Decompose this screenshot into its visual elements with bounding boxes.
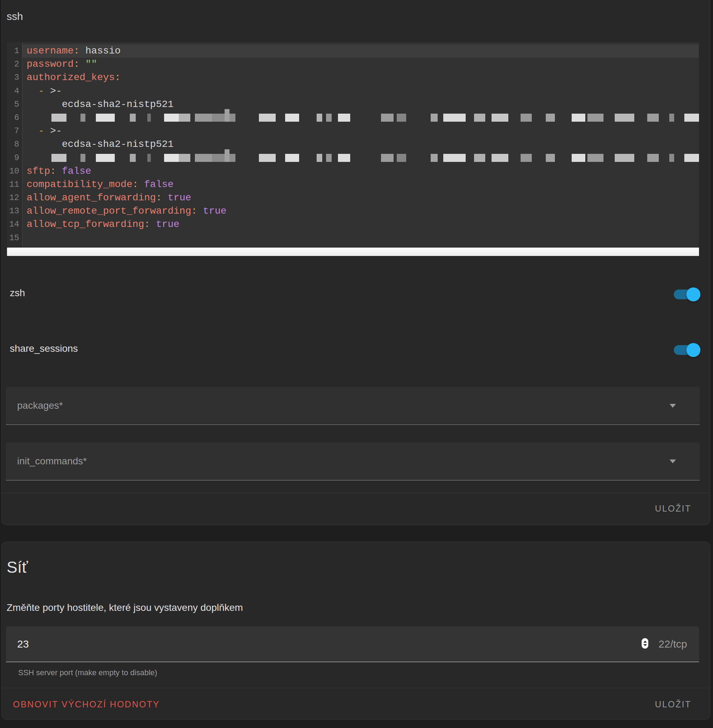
redacted-pixel-block xyxy=(164,154,179,162)
code-line: allow_remote_port_forwarding: true xyxy=(27,205,699,218)
port-helper-text: SSH server port (make empty to disable) xyxy=(18,668,157,677)
select-label: init_commands* xyxy=(17,442,87,480)
redacted-pixel-block xyxy=(647,114,659,122)
network-card-title: Síť xyxy=(7,558,28,576)
number-stepper-icon[interactable] xyxy=(641,638,648,649)
packages-select[interactable]: packages* xyxy=(6,387,700,425)
code-line-redacted xyxy=(27,152,699,165)
redacted-pixel-block xyxy=(316,154,322,162)
network-card: Síť Změňte porty hostitele, které jsou v… xyxy=(1,542,710,720)
code-line: password: "" xyxy=(27,58,699,71)
stepper-down-icon[interactable] xyxy=(643,644,647,646)
redacted-pixel-block xyxy=(96,154,115,162)
card-footer-divider xyxy=(2,493,710,493)
line-number: 9 xyxy=(7,152,22,165)
redacted-pixel-block xyxy=(684,114,699,122)
code-line: authorized_keys: xyxy=(27,71,699,84)
share-sessions-toggle[interactable] xyxy=(674,343,700,357)
redacted-pixel-block xyxy=(443,154,465,162)
port-input-value[interactable]: 23 xyxy=(17,626,29,662)
redacted-pixel-block xyxy=(225,109,230,122)
code-line: allow_tcp_forwarding: true xyxy=(27,218,699,231)
redacted-pixel-block xyxy=(397,154,406,162)
redacted-pixel-block xyxy=(572,114,585,122)
redacted-pixel-block xyxy=(212,154,225,162)
redacted-pixel-block xyxy=(195,154,212,162)
code-line: - >- xyxy=(27,85,699,98)
redacted-pixel-block xyxy=(588,154,604,162)
redacted-pixel-block xyxy=(492,154,508,162)
init-commands-select[interactable]: init_commands* xyxy=(6,442,700,481)
line-number: 6 xyxy=(7,111,22,125)
redacted-pixel-block xyxy=(669,114,674,122)
line-number: 8 xyxy=(7,138,22,151)
redacted-pixel-block xyxy=(381,114,394,122)
redacted-pixel-block xyxy=(230,114,236,122)
redacted-pixel-block xyxy=(492,114,508,122)
select-label: packages* xyxy=(17,387,63,424)
redacted-pixel-block xyxy=(147,114,151,122)
toggle-label-zsh: zsh xyxy=(10,287,25,299)
redacted-pixel-block xyxy=(338,114,350,122)
yaml-field-label: ssh xyxy=(7,10,23,22)
redacted-pixel-block xyxy=(179,154,190,162)
redacted-pixel-block xyxy=(212,114,225,122)
yaml-editor[interactable]: 123456789101112131415 username: hassiopa… xyxy=(7,42,699,256)
toggle-thumb xyxy=(686,343,700,357)
chevron-down-icon[interactable] xyxy=(670,460,676,463)
ssh-port-input[interactable]: 23 22/tcp xyxy=(6,626,699,662)
redacted-pixel-block xyxy=(572,154,585,162)
line-number: 13 xyxy=(7,205,22,218)
redacted-pixel-block xyxy=(225,149,230,162)
code-line-redacted xyxy=(27,111,699,125)
reset-defaults-button[interactable]: OBNOVIT VÝCHOZÍ HODNOTY xyxy=(13,700,160,709)
redacted-pixel-block xyxy=(147,154,151,162)
redacted-pixel-block xyxy=(338,154,350,162)
redacted-pixel-block xyxy=(647,154,659,162)
redacted-pixel-block xyxy=(164,114,179,122)
redacted-pixel-block xyxy=(397,114,406,122)
redacted-pixel-block xyxy=(316,114,322,122)
redacted-pixel-block xyxy=(381,154,394,162)
toggle-label-share-sessions: share_sessions xyxy=(10,343,78,354)
redacted-pixel-block xyxy=(521,154,532,162)
code-line: ecdsa-sha2-nistp521 xyxy=(27,138,699,151)
code-line: sftp: false xyxy=(27,165,699,178)
redacted-pixel-block xyxy=(285,154,299,162)
save-network-button[interactable]: ULOŽIT xyxy=(655,700,691,709)
container-port-label: 22/tcp xyxy=(658,626,687,662)
stepper-up-icon[interactable] xyxy=(643,640,647,643)
zsh-toggle[interactable] xyxy=(674,287,700,302)
redacted-pixel-block xyxy=(546,154,555,162)
line-number: 15 xyxy=(7,231,22,245)
redacted-pixel-block xyxy=(474,154,485,162)
card-footer-divider xyxy=(2,688,710,688)
chevron-down-icon[interactable] xyxy=(670,404,676,408)
redacted-pixel-block xyxy=(669,154,674,162)
redacted-pixel-block xyxy=(285,114,299,122)
redacted-pixel-block xyxy=(615,154,634,162)
save-options-button[interactable]: ULOŽIT xyxy=(655,504,691,513)
editor-horizontal-scrollbar[interactable] xyxy=(7,247,699,256)
redacted-pixel-block xyxy=(326,154,332,162)
line-number: 10 xyxy=(7,165,22,178)
redacted-pixel-block xyxy=(431,154,438,162)
code-line: compatibility_mode: false xyxy=(27,178,699,191)
redacted-pixel-block xyxy=(81,114,85,122)
line-number: 1 xyxy=(7,45,22,58)
redacted-pixel-block xyxy=(96,114,115,122)
code-line: username: hassio xyxy=(22,45,699,58)
code-line: ecdsa-sha2-nistp521 xyxy=(27,98,699,111)
redacted-pixel-block xyxy=(259,114,276,122)
redacted-pixel-block xyxy=(51,114,67,122)
line-number: 7 xyxy=(7,125,22,138)
redacted-pixel-block xyxy=(259,154,276,162)
line-number: 14 xyxy=(7,218,22,231)
line-number: 4 xyxy=(7,85,22,98)
editor-code-area[interactable]: username: hassiopassword: ""authorized_k… xyxy=(22,42,699,247)
line-number: 12 xyxy=(7,191,22,205)
redacted-pixel-block xyxy=(474,114,485,122)
redacted-pixel-block xyxy=(546,114,555,122)
yaml-editor-content[interactable]: 123456789101112131415 username: hassiopa… xyxy=(7,42,699,247)
line-number: 11 xyxy=(7,178,22,191)
